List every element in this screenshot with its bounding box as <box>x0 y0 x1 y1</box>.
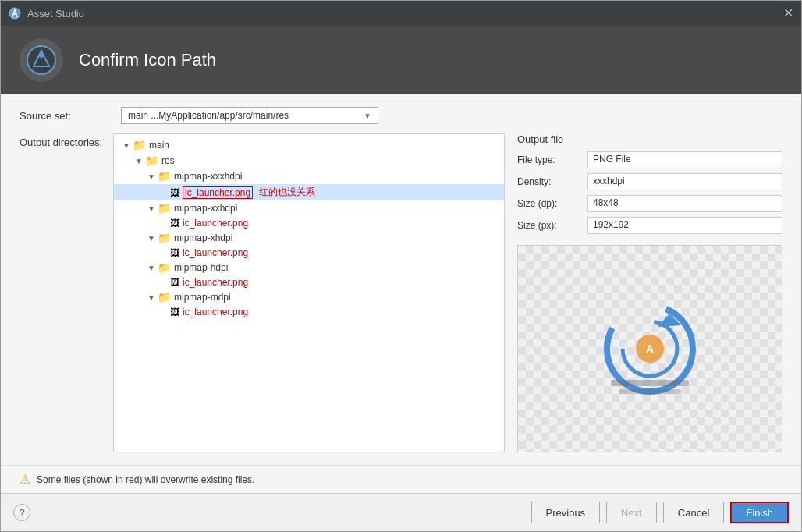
tree-item[interactable]: ▼📁mipmap-mdpi <box>114 289 504 305</box>
output-fields: File type:PNG FileDensity:xxxhdpiSize (d… <box>517 151 782 239</box>
folder-icon: 📁 <box>158 232 171 244</box>
warning-text: Some files (shown in red) will overwrite… <box>37 474 254 485</box>
footer: ? Previous Next Cancel Finish <box>1 493 801 531</box>
tree-item[interactable]: ▼📁res <box>114 153 504 168</box>
output-field-label: Density: <box>517 176 587 187</box>
tree-toggle-icon: ▼ <box>145 264 158 272</box>
tree-item-label: res <box>161 155 175 166</box>
tree-item-label: mipmap-mdpi <box>174 292 231 303</box>
tree-toggle-icon: ▼ <box>145 293 158 302</box>
tree-item-label: ic_launcher.png <box>183 186 253 199</box>
source-set-value: main ...MyApplication/app/src/main/res <box>128 110 289 121</box>
svg-rect-9 <box>619 389 681 394</box>
previous-button[interactable]: Previous <box>531 502 601 523</box>
output-file-title: Output file <box>517 133 782 145</box>
output-field-row: Size (dp):48x48 <box>517 195 782 212</box>
output-file-section: Output file File type:PNG FileDensity:xx… <box>517 133 782 452</box>
output-field-label: Size (dp): <box>517 198 587 209</box>
file-icon: 🖼 <box>170 277 179 288</box>
output-field-label: Size (px): <box>517 220 587 231</box>
dropdown-arrow-icon: ▼ <box>364 112 371 120</box>
tree-toggle-icon: ▼ <box>133 157 145 165</box>
svg-text:A: A <box>646 342 654 355</box>
app-icon <box>9 7 21 20</box>
tree-item[interactable]: 🖼ic_launcher.png <box>114 216 504 230</box>
window-title: Asset Studio <box>27 8 84 20</box>
tree-item-label: mipmap-xxhdpi <box>174 203 237 214</box>
tree-item-label: ic_launcher.png <box>183 218 248 229</box>
icon-preview: A <box>595 294 704 403</box>
close-button[interactable]: ✕ <box>783 7 793 20</box>
output-dir-section: Output directories: ▼📁main▼📁res▼📁mipmap-… <box>20 133 505 452</box>
file-icon: 🖼 <box>170 187 179 198</box>
help-button[interactable]: ? <box>13 504 30 521</box>
file-icon: 🖼 <box>170 218 179 229</box>
tree-item-label: mipmap-xxxhdpi <box>174 171 242 182</box>
folder-icon: 📁 <box>158 261 171 274</box>
file-icon: 🖼 <box>170 307 179 317</box>
tree-item-label: mipmap-xhdpi <box>174 232 232 243</box>
output-field-row: File type:PNG File <box>517 151 782 168</box>
preview-area: A <box>517 245 782 452</box>
tree-annotation: 红的也没关系 <box>259 186 315 199</box>
source-set-row: Source set: main ...MyApplication/app/sr… <box>20 107 782 124</box>
tree-item-label: ic_launcher.png <box>183 247 248 258</box>
tree-item[interactable]: ▼📁mipmap-hdpi <box>114 260 504 275</box>
finish-button[interactable]: Finish <box>730 502 789 523</box>
main-window: Asset Studio ✕ Confirm Icon Path Source … <box>0 0 802 532</box>
tree-toggle-icon: ▼ <box>120 141 133 150</box>
tree-toggle-icon: ▼ <box>145 172 158 181</box>
tree-item[interactable]: ▼📁mipmap-xxxhdpi <box>114 168 504 184</box>
dialog-header: Confirm Icon Path <box>1 26 801 94</box>
tree-item[interactable]: ▼📁main <box>114 137 504 153</box>
folder-icon: 📁 <box>145 154 158 167</box>
output-field-row: Density:xxxhdpi <box>517 173 782 190</box>
source-set-label: Source set: <box>20 110 113 122</box>
dialog-content: Source set: main ...MyApplication/app/sr… <box>1 94 801 465</box>
tree-toggle-icon: ▼ <box>145 204 158 213</box>
warning-bar: ⚠ Some files (shown in red) will overwri… <box>1 465 801 493</box>
footer-right: Previous Next Cancel Finish <box>531 502 789 523</box>
folder-icon: 📁 <box>133 139 146 151</box>
footer-left: ? <box>13 504 30 521</box>
svg-rect-8 <box>611 380 689 386</box>
file-tree[interactable]: ▼📁main▼📁res▼📁mipmap-xxxhdpi🖼ic_launcher.… <box>113 133 505 452</box>
warning-icon: ⚠ <box>20 472 30 487</box>
tree-item-label: main <box>149 140 169 151</box>
header-logo <box>20 38 63 82</box>
title-bar-left: Asset Studio <box>9 7 84 20</box>
tree-item-label: mipmap-hdpi <box>174 262 228 273</box>
cancel-button[interactable]: Cancel <box>663 502 724 523</box>
tree-item[interactable]: ▼📁mipmap-xhdpi <box>114 230 504 246</box>
tree-item[interactable]: ▼📁mipmap-xxhdpi <box>114 200 504 216</box>
android-studio-icon <box>26 44 57 76</box>
tree-item[interactable]: 🖼ic_launcher.png红的也没关系 <box>114 184 504 200</box>
folder-icon: 📁 <box>158 170 171 183</box>
output-field-row: Size (px):192x192 <box>517 217 782 234</box>
file-icon: 🖼 <box>170 247 179 258</box>
dialog-title: Confirm Icon Path <box>79 50 216 70</box>
output-field-value: 48x48 <box>587 195 782 212</box>
title-bar: Asset Studio ✕ <box>1 1 801 26</box>
next-button[interactable]: Next <box>606 502 657 523</box>
tree-item[interactable]: 🖼ic_launcher.png <box>114 246 504 260</box>
main-row: Output directories: ▼📁main▼📁res▼📁mipmap-… <box>20 133 782 452</box>
tree-item[interactable]: 🖼ic_launcher.png <box>114 305 504 319</box>
folder-icon: 📁 <box>158 202 171 215</box>
output-field-value: PNG File <box>587 151 782 168</box>
output-field-label: File type: <box>517 154 587 165</box>
tree-item-label: ic_launcher.png <box>183 307 248 317</box>
folder-icon: 📁 <box>158 291 171 303</box>
tree-toggle-icon: ▼ <box>145 234 158 243</box>
output-field-value: 192x192 <box>587 217 782 234</box>
tree-item-label: ic_launcher.png <box>183 277 248 288</box>
tree-item[interactable]: 🖼ic_launcher.png <box>114 275 504 289</box>
source-set-dropdown[interactable]: main ...MyApplication/app/src/main/res ▼ <box>121 107 378 124</box>
svg-point-2 <box>39 53 44 58</box>
output-dir-label: Output directories: <box>20 133 113 452</box>
output-field-value: xxxhdpi <box>587 173 782 190</box>
